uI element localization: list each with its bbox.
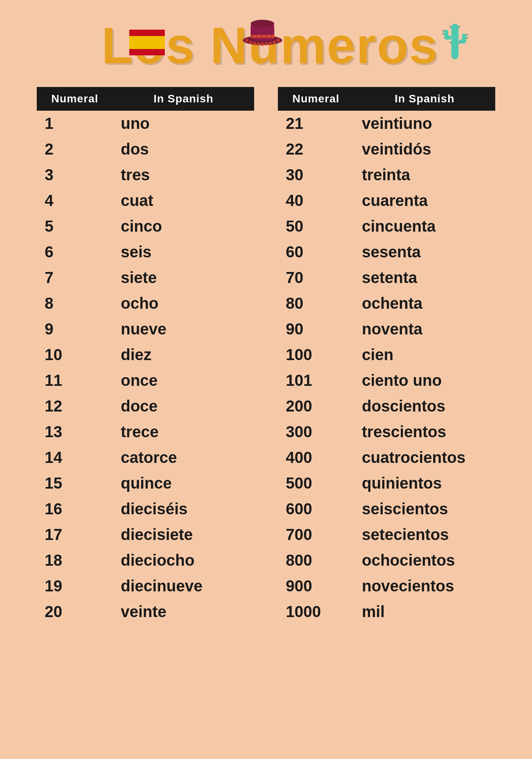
table-row: 6 seis (37, 239, 254, 265)
numeral-cell: 5 (37, 213, 113, 239)
svg-rect-25 (444, 30, 448, 40)
svg-line-31 (466, 37, 468, 39)
numeral-cell: 900 (278, 573, 354, 599)
table-row: 2 dos (37, 136, 254, 162)
spanish-cell: trescientos (354, 419, 496, 445)
spanish-cell: seis (113, 239, 255, 265)
table-row: 200 doscientos (278, 393, 495, 419)
numeral-cell: 12 (37, 393, 113, 419)
numeral-cell: 800 (278, 548, 354, 573)
left-number-table: Numeral In Spanish 1 uno 2 dos 3 tres 4 … (37, 87, 254, 625)
numeral-cell: 4 (37, 188, 113, 213)
table-row: 14 catorce (37, 445, 254, 470)
spanish-cell: siete (113, 265, 255, 291)
spanish-cell: diecinueve (113, 573, 255, 599)
svg-point-6 (249, 41, 252, 44)
svg-point-11 (269, 42, 272, 45)
page: Los Números (0, 0, 532, 759)
table-row: 16 dieciséis (37, 496, 254, 522)
numeral-cell: 18 (37, 548, 113, 573)
table-row: 600 seiscientos (278, 496, 495, 522)
numeral-cell: 70 (278, 265, 354, 291)
table-row: 17 diecisiete (37, 522, 254, 548)
svg-point-8 (257, 42, 260, 45)
spanish-cell: cincuenta (354, 213, 496, 239)
table-row: 4 cuat (37, 188, 254, 213)
svg-point-19 (258, 35, 260, 38)
cactus-icon (440, 16, 470, 65)
spanish-cell: dos (113, 136, 255, 162)
spanish-cell: diez (113, 342, 255, 368)
spanish-cell: ciento uno (354, 368, 496, 393)
table-row: 1000 mil (278, 599, 495, 625)
table-row: 11 once (37, 368, 254, 393)
svg-rect-1 (129, 36, 165, 49)
table-row: 80 ochenta (278, 291, 495, 316)
svg-point-12 (273, 41, 276, 44)
svg-line-34 (449, 42, 451, 43)
numeral-cell: 400 (278, 445, 354, 470)
table-row: 900 novecientos (278, 573, 495, 599)
table-row: 3 tres (37, 162, 254, 188)
spanish-cell: cinco (113, 213, 255, 239)
numeral-cell: 22 (278, 136, 354, 162)
left-table-header-row: Numeral In Spanish (37, 87, 254, 111)
numeral-cell: 2 (37, 136, 113, 162)
spanish-cell: noventa (354, 316, 496, 342)
table-row: 500 quinientos (278, 470, 495, 496)
svg-rect-3 (129, 49, 165, 55)
svg-line-30 (466, 34, 468, 36)
table-row: 40 cuarenta (278, 188, 495, 213)
spanish-cell: ocho (113, 291, 255, 316)
table-row: 1 uno (37, 111, 254, 136)
svg-line-33 (458, 26, 460, 28)
spanish-cell: diecisiete (113, 522, 255, 548)
numeral-cell: 40 (278, 188, 354, 213)
svg-line-32 (449, 26, 451, 28)
spanish-cell: ochenta (354, 291, 496, 316)
spanish-cell: once (113, 368, 255, 393)
numeral-cell: 13 (37, 419, 113, 445)
table-row: 18 dieciocho (37, 548, 254, 573)
numeral-cell: 19 (37, 573, 113, 599)
svg-point-22 (272, 35, 275, 38)
spanish-cell: cuarenta (354, 188, 496, 213)
right-table-section: Numeral In Spanish 21 veintiuno 22 veint… (278, 87, 495, 625)
table-row: 100 cien (278, 342, 495, 368)
numeral-cell: 30 (278, 162, 354, 188)
spanish-cell: quince (113, 470, 255, 496)
numeral-cell: 50 (278, 213, 354, 239)
spanish-cell: veintiuno (354, 111, 496, 136)
numeral-cell: 21 (278, 111, 354, 136)
numeral-cell: 1000 (278, 599, 354, 625)
spain-flag-icon (129, 30, 165, 57)
spanish-cell: catorce (113, 445, 255, 470)
numeral-cell: 200 (278, 393, 354, 419)
numeral-cell: 10 (37, 342, 113, 368)
spanish-cell: veintidós (354, 136, 496, 162)
table-row: 21 veintiuno (278, 111, 495, 136)
svg-point-5 (245, 39, 248, 42)
svg-rect-2 (129, 30, 165, 36)
header: Los Números (24, 12, 508, 71)
svg-point-18 (253, 35, 256, 38)
svg-rect-27 (462, 34, 466, 43)
numeral-cell: 300 (278, 419, 354, 445)
numeral-cell: 11 (37, 368, 113, 393)
spanish-cell: dieciséis (113, 496, 255, 522)
spanish-cell: quinientos (354, 470, 496, 496)
svg-point-13 (277, 39, 280, 42)
spanish-cell: treinta (354, 162, 496, 188)
spanish-cell: doce (113, 393, 255, 419)
numeral-cell: 20 (37, 599, 113, 625)
numeral-cell: 500 (278, 470, 354, 496)
table-row: 50 cincuenta (278, 213, 495, 239)
right-table-header-row: Numeral In Spanish (278, 87, 495, 111)
table-row: 5 cinco (37, 213, 254, 239)
table-row: 8 ocho (37, 291, 254, 316)
table-row: 7 siete (37, 265, 254, 291)
table-row: 300 trescientos (278, 419, 495, 445)
numeral-cell: 600 (278, 496, 354, 522)
svg-point-20 (263, 35, 265, 38)
svg-line-29 (442, 33, 444, 34)
